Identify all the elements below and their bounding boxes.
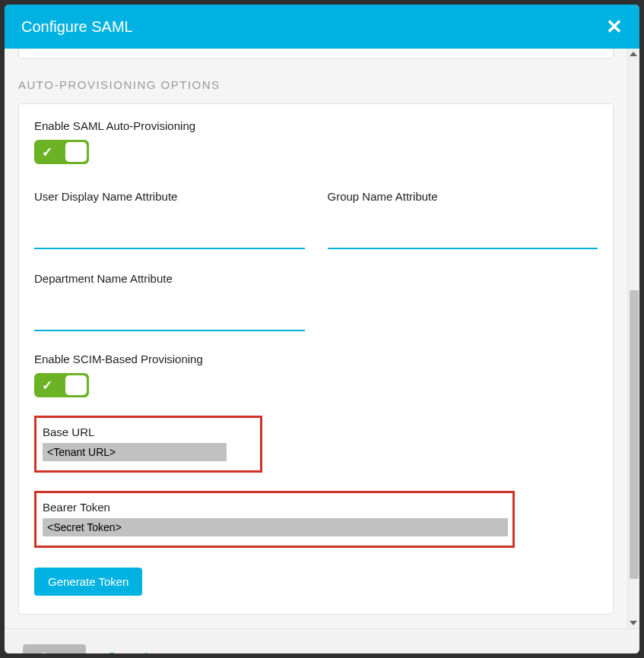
- scroll-thumb[interactable]: [630, 290, 639, 579]
- auto-provisioning-panel: Enable SAML Auto-Provisioning ✓ User Dis…: [18, 103, 614, 615]
- scroll-down-icon[interactable]: [630, 621, 637, 625]
- section-title: Auto-Provisioning Options: [18, 78, 614, 91]
- modal-header: Configure SAML ✕: [5, 5, 639, 49]
- previous-panel-edge: [18, 49, 614, 59]
- modal-title: Configure SAML: [21, 18, 133, 36]
- enable-saml-toggle[interactable]: ✓: [34, 140, 89, 164]
- cancel-button[interactable]: Cancel: [107, 650, 148, 653]
- configure-saml-modal: Configure SAML ✕ Auto-Provisioning Optio…: [5, 5, 639, 653]
- generate-token-button[interactable]: Generate Token: [34, 568, 142, 596]
- scrollbar[interactable]: [627, 49, 639, 628]
- group-name-label: Group Name Attribute: [328, 190, 598, 203]
- check-icon: ✓: [42, 378, 52, 394]
- department-col: Department Name Attribute: [34, 272, 305, 331]
- enable-scim-toggle[interactable]: ✓: [34, 373, 89, 397]
- attribute-row: User Display Name Attribute Group Name A…: [34, 190, 598, 249]
- save-button[interactable]: Save: [23, 644, 86, 653]
- modal-footer: Save Cancel: [5, 628, 639, 653]
- close-icon[interactable]: ✕: [606, 17, 623, 36]
- scroll-up-icon[interactable]: [630, 52, 637, 56]
- toggle-knob: [65, 375, 87, 395]
- bearer-token-highlight: Bearer Token <Secret Token>: [34, 491, 515, 548]
- department-input[interactable]: [34, 308, 305, 331]
- enable-saml-label: Enable SAML Auto-Provisioning: [34, 119, 598, 132]
- group-name-input[interactable]: [328, 226, 598, 249]
- toggle-knob: [65, 142, 87, 162]
- bearer-token-label: Bearer Token: [43, 501, 506, 514]
- user-display-label: User Display Name Attribute: [34, 190, 305, 203]
- group-name-col: Group Name Attribute: [328, 190, 598, 249]
- bearer-token-field[interactable]: <Secret Token>: [43, 518, 508, 536]
- modal-body-wrap: Auto-Provisioning Options Enable SAML Au…: [5, 49, 639, 628]
- base-url-field[interactable]: <Tenant URL>: [43, 443, 227, 461]
- user-display-col: User Display Name Attribute: [34, 190, 305, 249]
- user-display-input[interactable]: [34, 226, 305, 249]
- modal-body: Auto-Provisioning Options Enable SAML Au…: [5, 49, 627, 628]
- base-url-label: Base URL: [43, 425, 254, 438]
- check-icon: ✓: [42, 144, 52, 160]
- enable-scim-label: Enable SCIM-Based Provisioning: [34, 353, 598, 365]
- department-label: Department Name Attribute: [34, 272, 305, 285]
- base-url-highlight: Base URL <Tenant URL>: [34, 416, 262, 473]
- department-row: Department Name Attribute: [34, 272, 598, 331]
